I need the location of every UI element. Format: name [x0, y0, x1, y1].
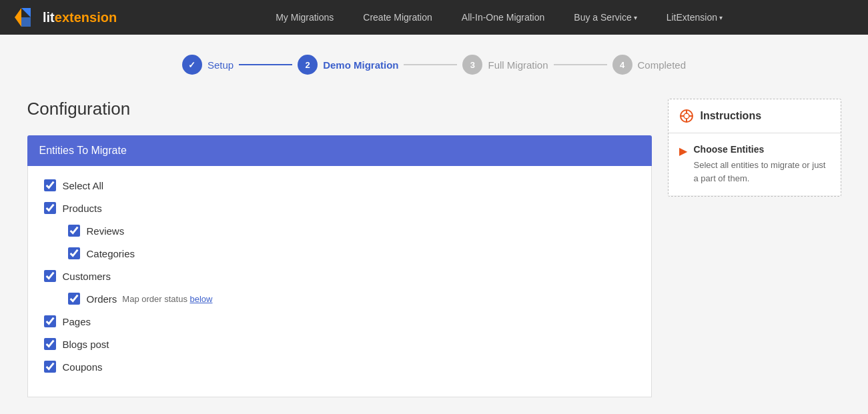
checkbox-select-all-label: Select All	[63, 180, 104, 191]
nav-menu: My Migrations Create Migration All-In-On…	[143, 0, 855, 35]
instructions-title: Instructions	[701, 110, 762, 122]
entities-section: Entities To Migrate Select All Products	[27, 135, 652, 397]
nav-all-in-one[interactable]: All-In-One Migration	[447, 0, 560, 35]
entities-list: Select All Products Reviews	[27, 166, 652, 397]
step-demo: 2 Demo Migration	[298, 55, 398, 75]
step-completed: 4 Completed	[612, 55, 687, 75]
step-connector-1	[239, 64, 292, 65]
instructions-content: Choose Entities Select all entities to m…	[694, 144, 830, 185]
checkbox-reviews-input[interactable]	[68, 225, 80, 237]
checkbox-customers[interactable]: Customers	[44, 270, 635, 282]
stepper: ✓ Setup 2 Demo Migration 3 Full Migratio…	[27, 55, 841, 75]
checkbox-coupons[interactable]: Coupons	[44, 361, 635, 373]
checkbox-products-label: Products	[63, 203, 102, 214]
checkbox-orders-row: Orders Map order status below	[68, 293, 635, 305]
checkbox-pages[interactable]: Pages	[44, 315, 635, 327]
entities-section-header: Entities To Migrate	[27, 135, 652, 166]
instructions-body: ▶ Choose Entities Select all entities to…	[669, 133, 841, 196]
instructions-item-choose-entities: ▶ Choose Entities Select all entities to…	[669, 133, 841, 196]
svg-point-4	[684, 113, 689, 119]
checkbox-products[interactable]: Products	[44, 202, 635, 214]
checkbox-reviews-label: Reviews	[87, 225, 125, 237]
checkbox-customers-label: Customers	[63, 271, 111, 282]
step-full-label: Full Migration	[488, 59, 548, 71]
instructions-content-desc: Select all entities to migrate or just a…	[694, 159, 830, 185]
checkbox-blogs-post-input[interactable]	[44, 338, 56, 350]
step-connector-3	[554, 64, 607, 65]
orders-note-link[interactable]: below	[190, 294, 213, 304]
checkbox-reviews[interactable]: Reviews	[68, 225, 635, 237]
checkbox-select-all-input[interactable]	[44, 179, 56, 191]
step-setup-circle: ✓	[182, 55, 202, 75]
brand-logo-link[interactable]: litextension	[13, 5, 117, 29]
brand-name: litextension	[43, 10, 117, 25]
checkbox-customers-input[interactable]	[44, 270, 56, 282]
checkbox-orders-label: Orders	[87, 293, 117, 305]
main-content: ✓ Setup 2 Demo Migration 3 Full Migratio…	[14, 35, 855, 414]
instructions-box: Instructions ▶ Choose Entities Select al…	[668, 99, 841, 197]
checkbox-orders-input[interactable]	[68, 293, 80, 305]
page-main: Configuration Entities To Migrate Select…	[27, 99, 652, 397]
nav-buy-service[interactable]: Buy a Service	[559, 0, 651, 35]
step-demo-circle: 2	[298, 55, 318, 75]
instructions-content-title: Choose Entities	[694, 144, 830, 155]
page-layout: Configuration Entities To Migrate Select…	[27, 99, 841, 397]
instructions-arrow-icon: ▶	[679, 145, 687, 185]
checkbox-orders-label-wrap[interactable]: Orders	[68, 293, 117, 305]
checkbox-coupons-input[interactable]	[44, 361, 56, 373]
page-title: Configuration	[27, 99, 652, 119]
nav-litextension[interactable]: LitExtension	[652, 0, 737, 35]
checkbox-categories[interactable]: Categories	[68, 247, 635, 259]
page-sidebar: Instructions ▶ Choose Entities Select al…	[668, 99, 841, 397]
svg-marker-0	[15, 8, 21, 27]
navbar: litextension My Migrations Create Migrat…	[0, 0, 868, 35]
checkbox-blogs-post[interactable]: Blogs post	[44, 338, 635, 350]
instructions-icon	[679, 109, 694, 123]
checkbox-blogs-post-label: Blogs post	[63, 339, 109, 350]
step-demo-label: Demo Migration	[323, 59, 398, 71]
checkbox-pages-input[interactable]	[44, 315, 56, 327]
checkbox-categories-input[interactable]	[68, 247, 80, 259]
checkbox-coupons-label: Coupons	[63, 361, 103, 373]
checkbox-categories-label: Categories	[87, 248, 135, 259]
step-full: 3 Full Migration	[462, 55, 548, 75]
instructions-header: Instructions	[669, 99, 841, 133]
brand-logo-icon	[13, 5, 37, 29]
step-setup: ✓ Setup	[182, 55, 234, 75]
step-completed-circle: 4	[612, 55, 632, 75]
step-connector-2	[404, 64, 457, 65]
nav-create-migration[interactable]: Create Migration	[348, 0, 447, 35]
checkbox-products-input[interactable]	[44, 202, 56, 214]
checkbox-pages-label: Pages	[63, 316, 91, 327]
checkbox-select-all[interactable]: Select All	[44, 179, 635, 191]
step-completed-label: Completed	[638, 59, 687, 71]
step-full-circle: 3	[462, 55, 482, 75]
svg-marker-1	[21, 8, 31, 17]
nav-my-migrations[interactable]: My Migrations	[261, 0, 348, 35]
orders-note: Map order status below	[122, 294, 212, 304]
step-setup-label: Setup	[207, 59, 234, 71]
svg-marker-2	[21, 17, 31, 27]
